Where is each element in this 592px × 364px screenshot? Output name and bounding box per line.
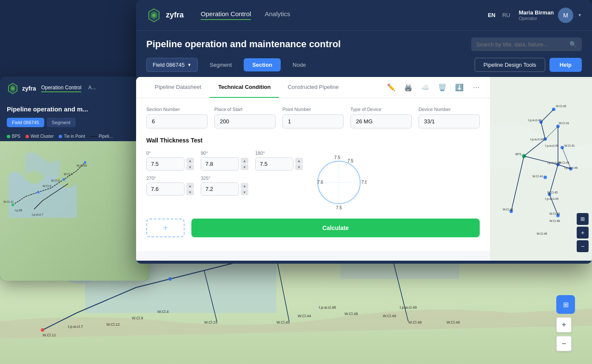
logo-text: zyfra (166, 11, 184, 20)
svg-point-2 (11, 87, 14, 90)
angle-325-up[interactable]: ▲ (241, 183, 248, 189)
inner-tab-datasheet[interactable]: Pipeline Datasheet (146, 77, 210, 98)
tab-bar: Field 086745 ▼ Segment Section Node Pipe… (136, 58, 592, 77)
user-name: Maria Birman (519, 9, 554, 16)
angle-180-up[interactable]: ▲ (295, 158, 303, 164)
more-icon[interactable]: ⋯ (470, 81, 483, 94)
col-2: 90° ▲ ▼ 325° (201, 151, 248, 196)
svg-text:t.p.w.cl.49: t.p.w.cl.49 (400, 305, 417, 310)
calculate-button[interactable]: Calculate (191, 219, 480, 237)
secondary-tab-field[interactable]: Field 086745 (7, 118, 44, 127)
mini-zoom-in[interactable]: + (577, 227, 589, 239)
svg-text:W.Cl.12: W.Cl.12 (106, 322, 120, 327)
type-of-device-group: Type of Device (350, 107, 412, 128)
angle-270-up[interactable]: ▲ (186, 183, 194, 189)
angle-180: 180° ▲ ▼ (255, 151, 303, 171)
section-number-label: Section Number (146, 107, 208, 112)
angle-270-input[interactable] (146, 182, 185, 196)
tab-node[interactable]: Node (284, 58, 314, 71)
svg-point-55 (544, 176, 547, 179)
svg-text:W.Cl.44: W.Cl.44 (298, 314, 311, 318)
svg-text:t.p.66: t.p.66 (15, 209, 23, 212)
inner-tab-constructed[interactable]: Constructed Pipeline (279, 77, 347, 98)
angle-270-spinner[interactable]: ▲ ▼ (186, 183, 194, 195)
svg-text:t.p.w.cl.48: t.p.w.cl.48 (319, 305, 336, 310)
svg-text:W.Cl.8: W.Cl.8 (51, 179, 60, 182)
angle-325-down[interactable]: ▼ (241, 189, 248, 195)
type-of-device-input[interactable] (350, 114, 412, 128)
map-zoom-out-button[interactable]: − (556, 336, 572, 351)
angle-270-row: ▲ ▼ (146, 182, 194, 196)
svg-text:W.Cl.4: W.Cl.4 (157, 310, 169, 314)
upload-icon[interactable]: ☁️ (418, 81, 432, 94)
legend-bps-dot (7, 135, 10, 138)
angle-90-down[interactable]: ▼ (241, 164, 248, 170)
secondary-navbar: zyfra Operation Control A... (0, 77, 149, 100)
svg-text:t.p.w.cl.7: t.p.w.cl.7 (32, 213, 43, 216)
angle-180-down[interactable]: ▼ (295, 164, 303, 170)
legend-tie-dot (59, 135, 62, 138)
angle-90-input[interactable] (201, 157, 239, 171)
type-of-device-label: Type of Device (350, 107, 412, 112)
help-button[interactable]: Help (549, 58, 582, 72)
add-button[interactable]: + (146, 219, 185, 237)
inner-tab-condition[interactable]: Technical Condition (210, 77, 279, 98)
user-dropdown-icon[interactable]: ▼ (578, 13, 582, 17)
svg-text:W.Cl.44: W.Cl.44 (532, 175, 543, 178)
angle-0-down[interactable]: ▼ (186, 164, 194, 170)
download-icon[interactable]: ⬇️ (453, 81, 466, 94)
field-dropdown[interactable]: Field 086745 ▼ (146, 58, 198, 72)
angle-180-input[interactable] (255, 157, 293, 171)
svg-text:W.Cl.41: W.Cl.41 (564, 144, 575, 147)
angle-325-spinner[interactable]: ▲ ▼ (241, 183, 248, 195)
delete-icon[interactable]: 🗑️ (435, 81, 449, 94)
mini-map-controls: ⊞ + − (577, 213, 589, 252)
nav-operation-control[interactable]: Operation Control (201, 10, 251, 20)
print-icon[interactable]: 🖨️ (401, 81, 415, 94)
device-number-input[interactable] (418, 114, 480, 128)
secondary-map-svg: W.Cl.11 t.p.66 t.p.w.cl.7 W.Cl.6 W.Cl.8 … (0, 141, 149, 281)
section-number-input[interactable] (146, 114, 208, 128)
search-input[interactable] (476, 41, 566, 48)
search-box[interactable]: 🔍 (471, 37, 582, 51)
svg-text:W.Cl.40: W.Cl.40 (556, 105, 566, 108)
svg-text:W.Cl.65: W.Cl.65 (77, 164, 87, 167)
tab-segment[interactable]: Segment (201, 58, 240, 71)
edit-icon[interactable]: ✏️ (384, 81, 398, 94)
angle-325-label: 325° (201, 176, 248, 181)
mini-map-layers-icon[interactable]: ⊞ (577, 213, 589, 225)
svg-text:t.p.w.cl.40: t.p.w.cl.40 (528, 119, 541, 122)
pipeline-design-button[interactable]: Pipeline Design Tools (475, 58, 545, 72)
tab-section[interactable]: Section (244, 58, 281, 71)
user-details: Maria Birman Operator (519, 9, 554, 21)
map-zoom-in-button[interactable]: + (556, 317, 572, 333)
page-title: Pipeline operation and maintenance contr… (146, 39, 341, 50)
angle-0-input[interactable] (146, 157, 185, 171)
nav-analytics[interactable]: Analytics (265, 10, 290, 20)
secondary-tab-segment[interactable]: Segment (47, 118, 76, 127)
map-layers-button[interactable]: ⊞ (556, 295, 575, 314)
svg-text:W.Cl.48: W.Cl.48 (549, 219, 560, 222)
angle-0-up[interactable]: ▲ (186, 158, 194, 164)
secondary-nav-operation[interactable]: Operation Control (41, 85, 82, 92)
svg-text:7.5: 7.5 (336, 205, 342, 210)
angle-325-input[interactable] (201, 182, 239, 196)
place-of-start-input[interactable] (214, 114, 276, 128)
angle-270-down[interactable]: ▼ (186, 189, 194, 195)
inner-toolbar: ✏️ 🖨️ ☁️ 🗑️ ⬇️ ⋯ (378, 81, 490, 94)
lang-ru[interactable]: RU (501, 11, 512, 19)
secondary-map: W.Cl.11 t.p.66 t.p.w.cl.7 W.Cl.6 W.Cl.8 … (0, 141, 149, 281)
secondary-nav-analytics[interactable]: A... (88, 85, 96, 92)
angle-90-up[interactable]: ▲ (241, 158, 248, 164)
angle-0-spinner[interactable]: ▲ ▼ (186, 158, 194, 170)
user-avatar[interactable]: M (558, 8, 573, 23)
point-number-input[interactable] (282, 114, 344, 128)
svg-text:W.Cl.46: W.Cl.46 (447, 320, 460, 324)
secondary-header: Pipeline operation and m... (0, 100, 149, 118)
angle-90-spinner[interactable]: ▲ ▼ (241, 158, 248, 170)
lang-en[interactable]: EN (486, 11, 497, 19)
angle-180-spinner[interactable]: ▲ ▼ (295, 158, 303, 170)
svg-text:t.p.w.cl.44: t.p.w.cl.44 (530, 138, 544, 141)
mini-zoom-out[interactable]: − (577, 240, 589, 252)
search-icon: 🔍 (569, 41, 577, 48)
